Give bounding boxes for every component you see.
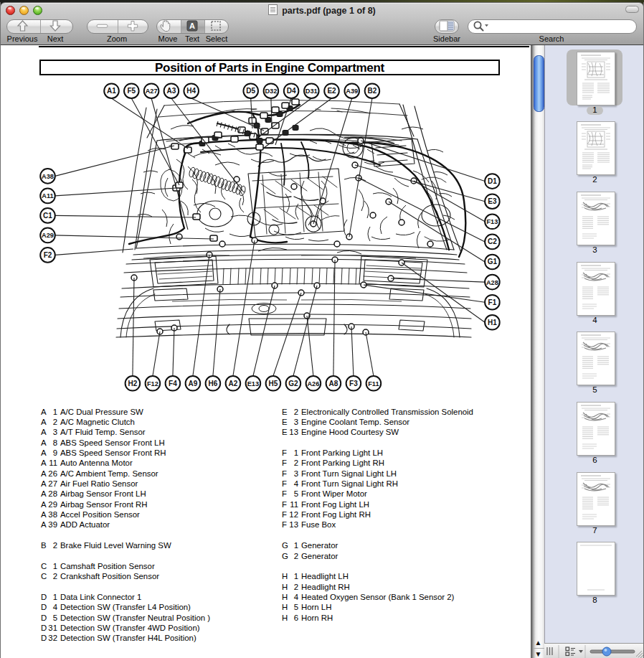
svg-text:H4: H4 bbox=[186, 87, 196, 95]
svg-text:H1: H1 bbox=[488, 319, 497, 326]
svg-text:D1: D1 bbox=[488, 177, 497, 185]
svg-text:F4: F4 bbox=[169, 380, 177, 387]
svg-text:C1: C1 bbox=[43, 212, 52, 220]
svg-text:F3: F3 bbox=[349, 380, 358, 387]
svg-text:E3: E3 bbox=[488, 197, 497, 205]
svg-text:D4: D4 bbox=[287, 87, 296, 95]
svg-text:A39: A39 bbox=[346, 88, 358, 95]
svg-text:D32: D32 bbox=[265, 88, 277, 95]
svg-text:F1: F1 bbox=[488, 299, 497, 306]
svg-text:F2: F2 bbox=[44, 251, 52, 259]
svg-text:A2: A2 bbox=[229, 380, 238, 387]
svg-text:G1: G1 bbox=[488, 258, 498, 265]
svg-text:A: A bbox=[189, 22, 195, 30]
svg-text:A11: A11 bbox=[42, 192, 53, 199]
svg-text:D5: D5 bbox=[246, 87, 255, 95]
svg-text:E13: E13 bbox=[247, 380, 259, 387]
svg-text:H5: H5 bbox=[269, 380, 278, 387]
svg-text:A1: A1 bbox=[107, 87, 116, 95]
svg-text:C2: C2 bbox=[488, 238, 497, 245]
svg-text:H2: H2 bbox=[128, 380, 138, 387]
svg-text:A29: A29 bbox=[42, 232, 54, 239]
svg-text:F5: F5 bbox=[127, 87, 136, 95]
svg-text:A38: A38 bbox=[42, 173, 54, 180]
svg-text:A3: A3 bbox=[167, 87, 176, 95]
svg-text:F13: F13 bbox=[486, 218, 498, 225]
svg-text:F12: F12 bbox=[147, 380, 158, 387]
svg-text:D31: D31 bbox=[306, 88, 318, 95]
svg-text:G2: G2 bbox=[288, 380, 298, 387]
svg-text:E2: E2 bbox=[327, 87, 336, 95]
svg-text:F11: F11 bbox=[368, 380, 379, 387]
svg-text:A8: A8 bbox=[329, 380, 338, 387]
svg-text:A27: A27 bbox=[146, 88, 158, 95]
svg-text:B2: B2 bbox=[368, 87, 377, 95]
svg-text:A26: A26 bbox=[307, 380, 319, 387]
svg-text:H6: H6 bbox=[209, 380, 218, 387]
svg-text:A28: A28 bbox=[486, 279, 498, 286]
svg-text:A9: A9 bbox=[189, 380, 198, 387]
